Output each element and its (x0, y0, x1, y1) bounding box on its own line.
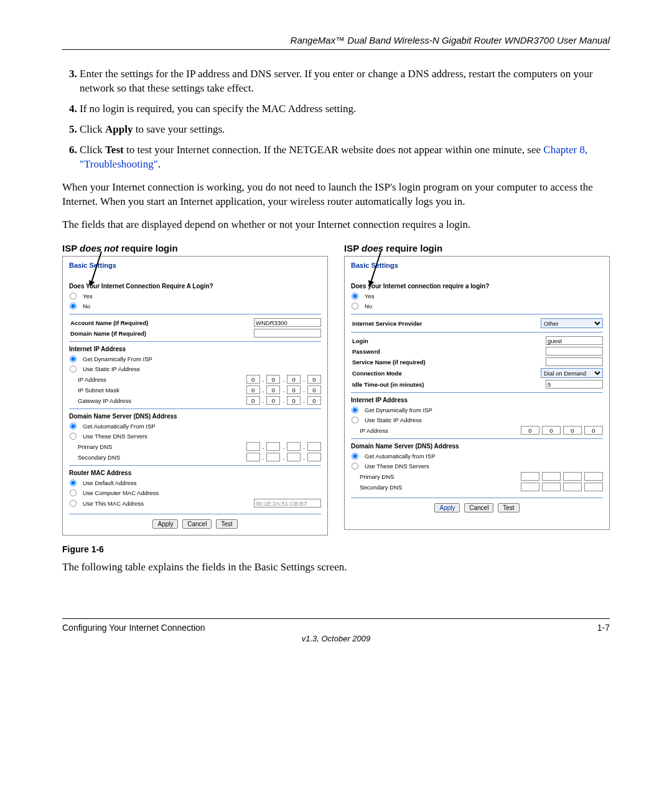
page-footer: Configuring Your Internet Connection 1-7… (62, 618, 610, 643)
ip-oct[interactable] (266, 396, 280, 405)
isp-select[interactable]: Other (541, 318, 603, 328)
left-yes-label: Yes (82, 293, 321, 300)
ip-oct[interactable] (542, 426, 561, 435)
idle-label: Idle Time-out (in minutes) (351, 381, 543, 388)
ip-oct[interactable] (246, 453, 260, 461)
cmode-select[interactable]: Dial on Demand (541, 368, 603, 378)
ip-oct[interactable] (563, 483, 582, 491)
left-apply-button[interactable]: Apply (152, 519, 178, 529)
mac-this-radio[interactable] (70, 500, 77, 507)
idle-input[interactable] (546, 380, 603, 389)
footer-version: v1.3, October 2009 (62, 634, 610, 643)
left-title-a: ISP (62, 243, 80, 253)
domain-name-label: Domain Name (If Required) (69, 330, 251, 337)
right-dns-header: Domain Name Server (DNS) Address (351, 443, 603, 450)
ip-oct[interactable] (542, 472, 561, 481)
ip-oct[interactable] (287, 442, 301, 451)
right-dns-use-radio[interactable] (352, 463, 358, 470)
footer-page-number: 1-7 (597, 623, 610, 633)
left-iip-dyn-radio[interactable] (70, 356, 77, 362)
footer-left: Configuring Your Internet Connection (62, 623, 205, 633)
ip-oct[interactable] (307, 442, 321, 451)
mac-computer-radio[interactable] (70, 489, 77, 496)
ip-oct[interactable] (266, 385, 280, 394)
left-dns-use-radio[interactable] (70, 433, 77, 440)
ip-oct[interactable] (584, 472, 603, 481)
mac-default-label: Use Default Address (82, 479, 321, 486)
left-iip-stat-radio[interactable] (70, 366, 77, 372)
ip-oct[interactable] (266, 453, 280, 461)
ip-oct[interactable] (246, 396, 260, 405)
ip-oct[interactable] (307, 453, 321, 461)
step-5-pre: Click (80, 123, 105, 135)
ip-oct[interactable] (266, 375, 280, 384)
right-dns-auto-radio[interactable] (352, 453, 358, 460)
right-iip-dyn-radio[interactable] (352, 407, 358, 413)
left-col-title: ISP does not require login (62, 243, 328, 253)
ip-oct[interactable] (584, 426, 603, 435)
left-test-button[interactable]: Test (216, 519, 237, 529)
ip-oct[interactable] (521, 472, 539, 481)
service-input[interactable] (546, 357, 603, 366)
account-name-input[interactable] (254, 318, 321, 327)
right-test-button[interactable]: Test (498, 503, 519, 512)
mac-this-label: Use This MAC Address (82, 500, 251, 507)
password-input[interactable] (546, 347, 603, 356)
left-iip-dyn-label: Get Dynamically From ISP (82, 356, 321, 362)
step-5-bold: Apply (105, 123, 133, 135)
left-panel: Basic Settings Does Your Internet Connec… (62, 256, 328, 536)
right-pdns-label: Primary DNS (351, 473, 518, 480)
paragraph-2: The fields that are displayed depend on … (62, 218, 610, 232)
step-5: Click Apply to save your settings. (80, 123, 610, 137)
left-title-c: require login (119, 243, 178, 253)
ip-oct[interactable] (563, 472, 582, 481)
left-dns-auto-label: Get Automatically From ISP (82, 423, 321, 430)
ip-oct[interactable] (307, 396, 321, 405)
step-6-mid: to test your Internet connection. If the… (124, 144, 544, 156)
ip-oct[interactable] (287, 396, 301, 405)
ip-oct[interactable] (246, 375, 260, 384)
left-iip-stat-label: Use Static IP Address (82, 366, 321, 372)
mac-this-input[interactable] (254, 499, 321, 507)
right-yes-label: Yes (363, 293, 603, 300)
right-iip-stat-label: Use Static IP Address (363, 417, 603, 423)
mac-default-radio[interactable] (70, 479, 77, 486)
ip-oct[interactable] (287, 453, 301, 461)
ip-oct[interactable] (287, 385, 301, 394)
left-cancel-button[interactable]: Cancel (182, 519, 212, 529)
step-4: If no login is required, you can specify… (80, 102, 610, 116)
left-no-label: No (82, 303, 321, 309)
right-cancel-button[interactable]: Cancel (464, 503, 493, 512)
ip-oct[interactable] (584, 483, 603, 491)
step-6: Click Test to test your Internet connect… (80, 143, 610, 172)
domain-name-input[interactable] (254, 329, 321, 337)
right-apply-button[interactable]: Apply (434, 503, 460, 512)
right-ipaddr-label: IP Address (351, 427, 518, 434)
left-radio-yes[interactable] (70, 293, 77, 300)
ip-oct[interactable] (287, 375, 301, 384)
right-radio-no[interactable] (352, 303, 358, 309)
ip-oct[interactable] (563, 426, 582, 435)
left-radio-no[interactable] (70, 303, 77, 309)
ip-oct[interactable] (542, 483, 561, 491)
ip-oct[interactable] (246, 385, 260, 394)
ip-oct[interactable] (307, 385, 321, 394)
right-iip-stat-radio[interactable] (352, 417, 358, 423)
left-column: ISP does not require login Basic Setting… (62, 243, 328, 536)
login-input[interactable] (546, 336, 603, 345)
step-list: Enter the settings for the IP address an… (62, 67, 610, 172)
ip-oct[interactable] (266, 442, 280, 451)
step-6-pre: Click (80, 144, 105, 156)
step-5-post: to save your settings. (133, 123, 225, 135)
left-dns-header: Domain Name Server (DNS) Address (69, 413, 321, 420)
ip-oct[interactable] (521, 426, 539, 435)
ip-oct[interactable] (521, 483, 539, 491)
right-title-a: ISP (344, 243, 362, 253)
ip-oct[interactable] (307, 375, 321, 384)
right-title-c: require login (383, 243, 442, 253)
right-radio-yes[interactable] (352, 293, 358, 300)
ip-oct[interactable] (246, 442, 260, 451)
left-dns-auto-radio[interactable] (70, 423, 77, 430)
left-sdns-label: Secondary DNS (69, 454, 244, 461)
right-iip-dyn-label: Get Dynamically from ISP (363, 407, 603, 413)
